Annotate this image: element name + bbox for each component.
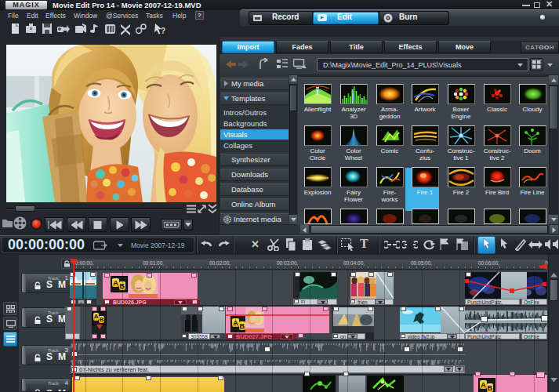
svg-text:?: ? (161, 27, 165, 35)
